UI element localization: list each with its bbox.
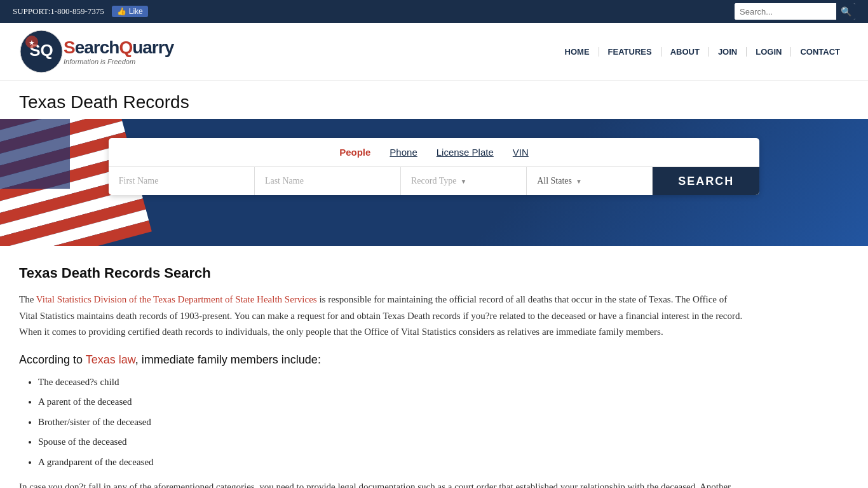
nav-about[interactable]: ABOUT — [661, 47, 709, 57]
svg-text:★: ★ — [29, 39, 35, 46]
logo-tagline: Information is Freedom — [64, 58, 173, 65]
first-name-input[interactable] — [109, 167, 255, 195]
last-name-input[interactable] — [255, 167, 401, 195]
logo-area: SQ ★ SearchQuarry Information is Freedom — [19, 29, 173, 74]
list-item: A parent of the deceased — [38, 394, 743, 410]
page-title-area: Texas Death Records — [0, 81, 868, 119]
nav-login[interactable]: LOGIN — [747, 47, 791, 57]
vital-stats-link[interactable]: Vital Statistics Division of the Texas D… — [36, 294, 317, 304]
intro-paragraph-text: The — [19, 294, 36, 304]
search-button[interactable]: SEARCH — [653, 167, 759, 195]
hero-banner: People Phone License Plate VIN Record Ty… — [0, 119, 868, 246]
nav-contact[interactable]: CONTACT — [791, 47, 849, 57]
fb-like-label: Like — [129, 7, 143, 16]
all-states-arrow-icon: ▼ — [576, 178, 582, 185]
tab-vin[interactable]: VIN — [513, 146, 529, 159]
main-nav: HOME FEATURES ABOUT JOIN LOGIN CONTACT — [556, 47, 849, 57]
top-search-button[interactable]: 🔍 — [836, 3, 855, 20]
family-members-list: The deceased?s child A parent of the dec… — [38, 374, 743, 471]
nav-features[interactable]: FEATURES — [599, 47, 661, 57]
intro-paragraph: The Vital Statistics Division of the Tex… — [19, 292, 743, 341]
content-title: Texas Death Records Search — [19, 265, 743, 281]
nav-join[interactable]: JOIN — [709, 47, 747, 57]
search-card: People Phone License Plate VIN Record Ty… — [109, 138, 760, 195]
search-tabs: People Phone License Plate VIN — [109, 138, 760, 167]
tab-people[interactable]: People — [339, 146, 370, 159]
content-area: Texas Death Records Search The Vital Sta… — [0, 246, 763, 488]
support-text: SUPPORT:1-800-859-7375 — [13, 6, 104, 17]
tab-phone[interactable]: Phone — [390, 146, 417, 159]
texas-law-link[interactable]: Texas law — [86, 353, 135, 366]
stars-background — [0, 119, 70, 189]
record-type-label: Record Type — [411, 176, 456, 186]
fb-like-button[interactable]: 👍 Like — [112, 6, 148, 17]
logo-icon: SQ ★ — [19, 29, 64, 74]
top-search-input[interactable] — [735, 3, 836, 20]
tab-license-plate[interactable]: License Plate — [437, 146, 494, 159]
fb-thumb-icon: 👍 — [117, 7, 126, 16]
list-item: The deceased?s child — [38, 374, 743, 391]
top-bar: SUPPORT:1-800-859-7375 👍 Like 🔍 — [0, 0, 868, 23]
list-item: A grandparent of the deceased — [38, 454, 743, 471]
site-header: SQ ★ SearchQuarry Information is Freedom… — [0, 23, 868, 81]
list-item: Spouse of the deceased — [38, 434, 743, 451]
family-heading-suffix: , immediate family members include: — [135, 353, 321, 366]
all-states-dropdown[interactable]: All States ▼ — [527, 167, 653, 195]
non-family-paragraph: In case you don?t fall in any of the afo… — [19, 479, 743, 488]
search-fields: Record Type ▼ All States ▼ SEARCH — [109, 167, 760, 195]
record-type-arrow-icon: ▼ — [460, 178, 466, 185]
nav-home[interactable]: HOME — [556, 47, 599, 57]
record-type-dropdown[interactable]: Record Type ▼ — [401, 167, 527, 195]
top-search-bar[interactable]: 🔍 — [735, 3, 855, 20]
page-title: Texas Death Records — [19, 92, 849, 112]
list-item: Brother/sister of the deceased — [38, 414, 743, 431]
family-heading-prefix: According to — [19, 353, 86, 366]
all-states-label: All States — [537, 176, 572, 186]
logo-brand: SearchQuarry — [64, 37, 173, 58]
family-members-heading: According to Texas law, immediate family… — [19, 353, 743, 367]
